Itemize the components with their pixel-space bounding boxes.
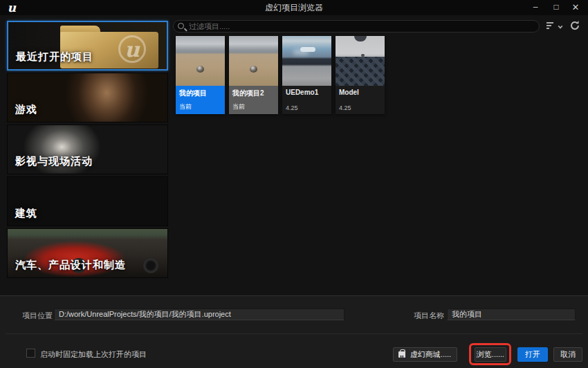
sidebar-item-games[interactable]: 游戏 bbox=[7, 73, 168, 122]
sidebar-item-label: 游戏 bbox=[15, 103, 37, 116]
sidebar-item-film-live-events[interactable]: 影视与现场活动 bbox=[7, 125, 168, 174]
project-thumbnail-desert bbox=[229, 36, 278, 86]
project-location-label: 项目位置 bbox=[22, 311, 53, 321]
refresh-button[interactable] bbox=[569, 19, 582, 33]
project-tile-model[interactable]: Model 4.25 bbox=[336, 36, 385, 114]
browse-button[interactable]: 浏览...... bbox=[475, 347, 506, 362]
cloud-shape bbox=[300, 47, 315, 52]
project-name: 我的项目 bbox=[179, 89, 221, 98]
object-shape bbox=[361, 54, 365, 57]
sort-button[interactable] bbox=[546, 21, 564, 32]
sidebar-item-label: 汽车、产品设计和制造 bbox=[15, 259, 126, 272]
project-thumbnail-sky-terrain bbox=[282, 36, 331, 86]
sidebar-item-automotive[interactable]: 汽车、产品设计和制造 bbox=[7, 228, 168, 278]
checkbox-label: 启动时固定加载上次打开的项目 bbox=[40, 349, 147, 360]
project-subtitle: 当前 bbox=[179, 102, 192, 111]
project-toolbar bbox=[173, 20, 582, 33]
car-wheel-shape bbox=[143, 258, 158, 273]
minimize-button[interactable]: – bbox=[527, 0, 544, 15]
project-tile-my-project[interactable]: 我的项目 当前 bbox=[176, 36, 225, 114]
window-title: 虚幻项目浏览器 bbox=[0, 0, 588, 15]
tile-footer: UEDemo1 4.25 bbox=[282, 86, 331, 114]
project-subtitle: 当前 bbox=[232, 102, 245, 111]
sphere-shape bbox=[250, 66, 257, 73]
project-name-label: 项目名称 bbox=[414, 311, 444, 321]
category-sidebar: u 最近打开的项目 游戏 影视与现场活动 建筑 汽车、产品设计和制造 bbox=[7, 21, 168, 280]
unreal-project-browser-window: u 虚幻项目浏览器 – □ ✕ u 最近打开的项目 游戏 影视与现场活动 建筑 … bbox=[0, 0, 588, 368]
dome-shape bbox=[354, 36, 367, 42]
refresh-icon bbox=[569, 19, 581, 32]
tile-footer: 我的项目 当前 bbox=[176, 86, 225, 114]
project-location-field[interactable] bbox=[54, 309, 344, 320]
project-name: 我的项目2 bbox=[232, 89, 275, 98]
sidebar-item-recent-projects[interactable]: u 最近打开的项目 bbox=[7, 21, 168, 71]
tile-footer: Model 4.25 bbox=[336, 86, 385, 114]
project-name: UEDemo1 bbox=[286, 89, 328, 96]
sphere-shape bbox=[196, 66, 204, 73]
marketplace-button-label: 虚幻商城..... bbox=[410, 350, 451, 358]
project-name-field[interactable] bbox=[447, 309, 576, 320]
search-icon bbox=[178, 23, 184, 29]
marketplace-bag-icon bbox=[398, 351, 405, 358]
project-name: Model bbox=[339, 89, 381, 96]
chevron-down-icon bbox=[558, 24, 563, 29]
always-load-last-project-checkbox[interactable] bbox=[26, 349, 35, 358]
search-box[interactable] bbox=[173, 20, 540, 33]
project-thumbnail-checker-floor bbox=[336, 36, 385, 86]
cancel-button[interactable]: 取消 bbox=[553, 347, 582, 362]
close-button[interactable]: ✕ bbox=[567, 0, 584, 15]
tile-footer: 我的项目2 当前 bbox=[229, 86, 278, 114]
sidebar-item-architecture[interactable]: 建筑 bbox=[7, 176, 168, 226]
open-button[interactable]: 打开 bbox=[517, 347, 548, 362]
bottom-panel: 项目位置 项目名称 启动时固定加载上次打开的项目 虚幻商城..... 浏览...… bbox=[0, 295, 588, 368]
project-tile-my-project2[interactable]: 我的项目2 当前 bbox=[229, 36, 278, 114]
project-tile-uedemo1[interactable]: UEDemo1 4.25 bbox=[282, 36, 331, 114]
sidebar-item-label: 建筑 bbox=[15, 207, 37, 220]
sidebar-item-label: 最近打开的项目 bbox=[16, 50, 93, 64]
project-subtitle: 4.25 bbox=[286, 104, 298, 111]
title-bar: u 虚幻项目浏览器 – □ ✕ bbox=[0, 0, 588, 15]
divider bbox=[6, 333, 582, 334]
project-subtitle: 4.25 bbox=[339, 104, 351, 111]
project-thumbnail-desert bbox=[176, 36, 225, 86]
search-input[interactable] bbox=[189, 21, 528, 32]
sidebar-item-label: 影视与现场活动 bbox=[15, 155, 93, 168]
checker-floor-shape bbox=[336, 57, 385, 86]
maximize-button[interactable]: □ bbox=[548, 0, 564, 15]
marketplace-button[interactable]: 虚幻商城..... bbox=[393, 347, 457, 362]
project-tile-grid: 我的项目 当前 我的项目2 当前 UEDemo1 4.25 bbox=[176, 36, 389, 114]
sort-icon bbox=[546, 21, 556, 30]
